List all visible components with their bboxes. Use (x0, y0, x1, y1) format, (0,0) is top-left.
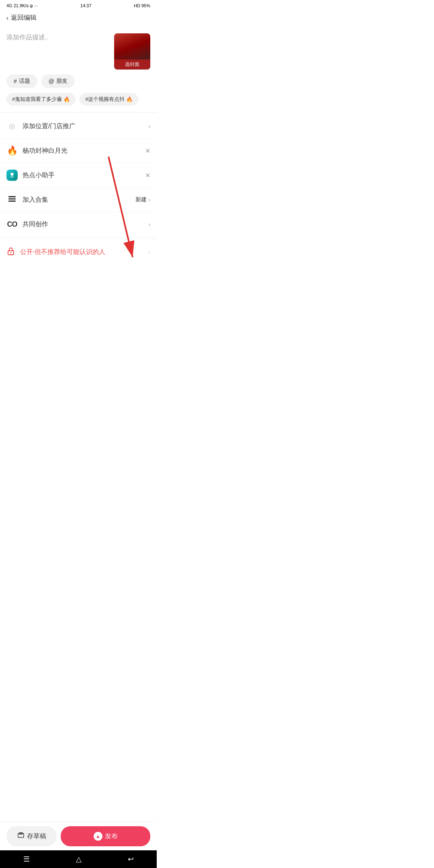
fire-icon-0: 🔥 (63, 96, 70, 102)
hot-topic-right: ✕ (145, 147, 150, 155)
privacy-item[interactable]: 公开·但不推荐给可能认识的人 › (0, 240, 157, 264)
chevron-right-collection: › (148, 197, 150, 203)
chevron-right-icon: › (148, 123, 150, 129)
status-bar: 4G 21.9K/s ψ ··· 14:37 HD 95% (0, 0, 157, 10)
helper-icon (6, 170, 18, 181)
lock-icon (6, 247, 15, 258)
hot-topics-row: #鬼知道我看了多少遍 🔥 #这个视频有点抖 🔥 (0, 93, 157, 111)
hashtag-icon: # (14, 78, 17, 84)
close-icon-hot-topic[interactable]: ✕ (145, 147, 150, 155)
status-right: HD 95% (134, 3, 150, 8)
new-label: 新建 (135, 196, 147, 203)
hot-topic-item-text: 杨功封神白月光 (23, 147, 145, 155)
mention-button[interactable]: @ 朋友 (41, 74, 75, 88)
description-placeholder[interactable]: 添加作品描述.. (6, 33, 109, 70)
co-icon: CO (7, 220, 17, 229)
back-label: 返回编辑 (11, 14, 37, 22)
hot-topic-chip-0[interactable]: #鬼知道我看了多少遍 🔥 (6, 93, 76, 106)
cover-label[interactable]: 选封面 (114, 59, 150, 70)
status-left: 4G 21.9K/s ψ ··· (6, 3, 38, 8)
collab-text: 共同创作 (23, 220, 148, 229)
hot-topic-chip-1[interactable]: #这个视频有点抖 🔥 (80, 93, 138, 106)
hot-topic-text-1: #这个视频有点抖 (85, 96, 125, 103)
flame-icon: 🔥 (7, 145, 18, 156)
co-icon-wrap: CO (6, 219, 18, 230)
svg-rect-4 (8, 201, 16, 202)
divider-2 (0, 238, 157, 239)
collection-text: 加入合集 (23, 196, 135, 204)
layers-icon-wrap (6, 194, 18, 205)
location-text: 添加位置/门店推广 (23, 122, 148, 131)
mention-label: 朋友 (56, 78, 68, 85)
top-nav: ‹ 返回编辑 (0, 10, 157, 27)
svg-rect-2 (8, 196, 16, 197)
collection-item[interactable]: 加入合集 新建 › (0, 188, 157, 212)
svg-point-6 (10, 252, 12, 254)
close-icon-helper[interactable]: ✕ (145, 172, 150, 179)
collab-right: › (148, 221, 150, 227)
layers-icon (7, 194, 17, 206)
collab-item[interactable]: CO 共同创作 › (0, 212, 157, 237)
description-area: 添加作品描述.. 选封面 (0, 27, 157, 74)
fire-icon-wrap: 🔥 (6, 145, 18, 156)
location-icon: ◎ (9, 122, 15, 131)
privacy-text: 公开·但不推荐给可能认识的人 (20, 248, 148, 256)
status-time: 14:37 (80, 3, 92, 8)
back-button[interactable]: ‹ 返回编辑 (6, 14, 37, 22)
hashtag-button[interactable]: # 话题 (6, 74, 37, 88)
location-item[interactable]: ◎ 添加位置/门店推广 › (0, 114, 157, 139)
hot-topic-item[interactable]: 🔥 杨功封神白月光 ✕ (0, 139, 157, 163)
svg-rect-3 (8, 198, 16, 199)
chevron-right-collab: › (148, 221, 150, 227)
location-icon-wrap: ◎ (6, 121, 18, 132)
tag-buttons-row: # 话题 @ 朋友 (0, 74, 157, 93)
helper-item[interactable]: 热点小助手 ✕ (0, 163, 157, 188)
svg-point-1 (12, 176, 13, 177)
chevron-right-privacy: › (148, 249, 150, 256)
back-icon: ‹ (6, 14, 8, 22)
hashtag-label: 话题 (19, 78, 30, 85)
helper-text: 热点小助手 (23, 171, 145, 180)
hot-topic-text-0: #鬼知道我看了多少遍 (12, 96, 62, 103)
at-icon: @ (49, 78, 54, 84)
helper-right: ✕ (145, 172, 150, 179)
divider-1 (0, 112, 157, 113)
collection-right: 新建 › (135, 196, 150, 203)
cover-thumbnail[interactable]: 选封面 (114, 33, 150, 70)
svg-point-0 (11, 176, 12, 177)
fire-icon-1: 🔥 (126, 96, 133, 102)
location-right: › (148, 123, 150, 129)
helper-icon-wrap (6, 170, 18, 181)
